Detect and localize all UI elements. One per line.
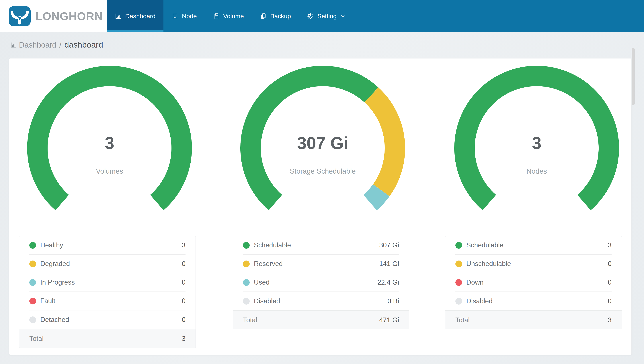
nodes-gauge-value: 3 (449, 133, 624, 153)
total-value: 3 (182, 335, 186, 342)
volumes-table-rows: Healthy 3 Degraded 0 In Progress 0 Fault… (29, 236, 186, 329)
nav-item-dashboard[interactable]: Dashboard (107, 0, 164, 32)
table-row: Degraded 0 (29, 255, 186, 273)
gear-icon (307, 13, 314, 20)
total-value: 471 Gi (379, 316, 399, 324)
laptop-icon (172, 13, 178, 20)
row-label: Reserved (254, 260, 283, 268)
status-dot (243, 260, 250, 267)
row-value: 0 Bi (388, 297, 399, 305)
nodes-gauge-label: Nodes (449, 167, 624, 175)
row-label: Disabled (466, 297, 492, 305)
table-total-row: Total 3 (19, 329, 196, 348)
status-dot (456, 242, 462, 249)
row-value: 0 (608, 297, 612, 305)
volumes-gauge-label: Volumes (22, 167, 197, 175)
table-row: Down 0 (456, 273, 612, 292)
copy-icon (260, 13, 267, 20)
row-label: Down (466, 278, 484, 286)
nav-item-label: Setting (317, 12, 336, 20)
row-label: Fault (40, 297, 55, 305)
table-row: In Progress 0 (29, 273, 186, 292)
status-dot (243, 242, 250, 249)
storage-gauge-label: Storage Schedulable (235, 167, 410, 175)
nodes-gauge: 3 Nodes (449, 61, 624, 236)
row-label: Used (254, 278, 270, 286)
total-label: Total (29, 335, 44, 342)
top-nav: LONGHORN Dashboard Node (0, 0, 644, 32)
status-dot (29, 298, 36, 304)
brand[interactable]: LONGHORN (0, 0, 107, 32)
table-total-row: Total 471 Gi (233, 310, 409, 329)
server-icon (213, 13, 220, 20)
nav-menu: Dashboard Node (107, 0, 353, 32)
row-value: 22.4 Gi (378, 278, 399, 286)
breadcrumb-section[interactable]: Dashboard (19, 41, 56, 49)
table-row: Unschedulable 0 (456, 255, 612, 273)
nav-item-label: Node (182, 12, 197, 20)
nav-item-label: Dashboard (125, 12, 156, 20)
row-label: In Progress (40, 278, 75, 286)
status-dot (29, 316, 36, 323)
nav-item-setting[interactable]: Setting (299, 0, 353, 32)
nodes-table-rows: Schedulable 3 Unschedulable 0 Down 0 Dis… (456, 236, 612, 310)
table-row: Reserved 141 Gi (243, 255, 399, 273)
nav-item-backup[interactable]: Backup (252, 0, 299, 32)
status-dot (456, 279, 462, 286)
row-value: 307 Gi (379, 242, 399, 249)
total-label: Total (456, 316, 470, 324)
table-row: Schedulable 307 Gi (243, 236, 399, 255)
status-dot (29, 260, 36, 267)
table-total-row: Total 3 (445, 310, 622, 329)
row-label: Unschedulable (466, 260, 511, 268)
nodes-table: Schedulable 3 Unschedulable 0 Down 0 Dis… (445, 236, 622, 330)
status-dot (243, 279, 250, 286)
row-label: Disabled (254, 297, 280, 305)
total-value: 3 (608, 316, 612, 324)
row-value: 0 (182, 278, 186, 286)
row-label: Detached (40, 316, 69, 324)
row-value: 0 (182, 316, 186, 324)
row-value: 141 Gi (379, 260, 399, 268)
table-row: Healthy 3 (29, 236, 186, 255)
storage-table: Schedulable 307 Gi Reserved 141 Gi Used … (233, 236, 409, 330)
row-label: Schedulable (254, 242, 291, 249)
brand-name: LONGHORN (35, 10, 103, 22)
row-label: Healthy (40, 242, 63, 249)
volumes-table: Healthy 3 Degraded 0 In Progress 0 Fault… (19, 236, 196, 348)
row-value: 0 (608, 260, 612, 268)
table-row: Disabled 0 Bi (243, 292, 399, 310)
bar-chart-icon (115, 13, 122, 20)
status-dot (456, 298, 462, 304)
storage-table-rows: Schedulable 307 Gi Reserved 141 Gi Used … (243, 236, 399, 310)
table-row: Schedulable 3 (456, 236, 612, 255)
row-value: 0 (608, 278, 612, 286)
nav-item-label: Volume (223, 12, 244, 20)
nav-item-label: Backup (270, 12, 291, 20)
status-dot (29, 279, 36, 286)
row-value: 3 (608, 242, 612, 249)
table-row: Fault 0 (29, 292, 186, 310)
volumes-gauge: 3 Volumes (22, 61, 197, 236)
row-label: Degraded (40, 260, 70, 268)
dashboard-card: 3 Volumes 307 Gi Storage Schedulable 3 N… (9, 58, 632, 355)
status-dot (456, 260, 462, 267)
status-dot (29, 242, 36, 249)
volumes-gauge-value: 3 (22, 133, 197, 153)
storage-gauge-value: 307 Gi (235, 133, 410, 153)
storage-gauge: 307 Gi Storage Schedulable (235, 61, 410, 236)
chevron-down-icon (340, 14, 345, 18)
table-row: Used 22.4 Gi (243, 273, 399, 292)
breadcrumb: Dashboard / dashboard (10, 40, 103, 50)
row-label: Schedulable (466, 242, 504, 249)
nav-item-volume[interactable]: Volume (205, 0, 252, 32)
nav-item-node[interactable]: Node (164, 0, 205, 32)
table-row: Disabled 0 (456, 292, 612, 310)
breadcrumb-separator: / (58, 41, 62, 49)
row-value: 0 (182, 297, 186, 305)
scrollbar-thumb[interactable] (632, 48, 634, 105)
longhorn-bull-logo-icon (9, 6, 30, 26)
row-value: 0 (182, 260, 186, 268)
table-row: Detached 0 (29, 310, 186, 329)
row-value: 3 (182, 242, 186, 249)
